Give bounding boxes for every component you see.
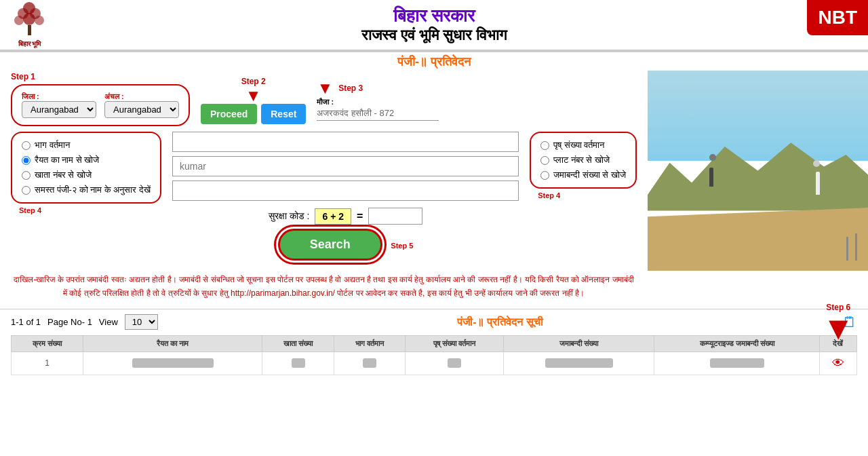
title-line1: बिहार सरकार [361,5,507,26]
logo-icon [11,1,48,39]
cell-raiyat-1 [83,352,262,375]
col-kram: क्रम संख्या [12,335,83,352]
steps-form-row: Step 1 जिला : Aurangabad अंचल : Aurangab… [11,75,637,126]
step1-fields: जिला : Aurangabad अंचल : Aurangabad [11,84,190,126]
radio-samast-label: समस्त पंजी-२ को नाम के अनुसार देखें [35,185,151,195]
title-line2: राजस्व एवं भूमि सुधार विभाग [361,26,507,44]
info-text: दाखिल-खारिज के उपरांत जमाबंदी स्वतः अद्य… [14,275,633,298]
header-title: बिहार सरकार राजस्व एवं भूमि सुधार विभाग [361,5,507,44]
radio-samast: समस्त पंजी-२ को नाम के अनुसार देखें [22,185,151,195]
radio-plot-input[interactable] [540,156,549,165]
anchal-label: अंचल : [104,92,179,101]
cell-bhag-1 [334,352,405,375]
pagination-info: 1-1 of 1 [11,317,41,327]
page-title-area: पंजी-॥ प्रतिवेदन [0,52,868,71]
cell-comp-jamabandi-1 [654,352,819,375]
radio-raiyat: रैयत का नाम से खोजे [22,155,151,166]
anchal-group: अंचल : Aurangabad [104,92,179,118]
search-input-1[interactable] [172,132,519,152]
step2-arrow: ▼ [245,88,262,104]
captcha-row: सुरक्षा कोड : 6 + 2 = [172,208,519,225]
page-title: पंजी-॥ प्रतिवेदन [397,55,471,69]
step1-indicator: Step 1 [11,72,35,81]
captcha-label: सुरक्षा कोड : [269,210,310,222]
cell-prush-1 [405,352,503,375]
view-label: View [99,317,118,327]
anchal-select[interactable]: Aurangabad [104,101,179,118]
captcha-input[interactable] [368,208,422,225]
blurred-comp [710,358,764,368]
step3-row: ▼ Step 3 [317,80,363,96]
col-raiyat: रैयत का नाम [83,335,262,352]
nbt-logo: NBT [807,0,868,35]
list-area: Step 6 ▼ 1-1 of 1 Page No- 1 View 10 25 … [0,309,868,379]
step3-label: Step 3 [338,83,363,93]
radio-jamabandi: जमाबन्दी संख्या से खोजे [540,170,626,180]
blurred-prush [448,358,461,368]
col-bhag: भाग वर्तमान [334,335,405,352]
radio-raiyat-input[interactable] [22,156,31,165]
step2-section: Step 2 ▼ Proceed Reset [201,77,306,124]
cell-khata-1 [262,352,334,375]
captcha-equation: 6 + 2 [315,208,351,225]
blurred-jamabandi [545,358,613,368]
radio-bhag-input[interactable] [22,141,31,150]
blurred-bhag [363,358,376,368]
radio-khata-label: खाता नंबर से खोजे [35,170,92,180]
step4-left-label: Step 4 [19,206,41,214]
list-header-row: 1-1 of 1 Page No- 1 View 10 25 50 पंजी-॥… [11,314,857,331]
search-input-3[interactable] [172,180,519,201]
view-icon[interactable]: 👁 [832,356,844,370]
col-comp-jamabandi: कम्प्यूटराइज्ड जमाबन्दी संख्या [654,335,819,352]
cell-jamabandi-1 [503,352,654,375]
radio-samast-input[interactable] [22,186,31,195]
step6-arrow: ▼ [822,312,854,345]
logo-text: बिहार भूमि [18,40,41,48]
radio-khata-input[interactable] [22,171,31,180]
radio-plot-label: प्लाट नंबर से खोजे [553,155,610,166]
proceed-button[interactable]: Proceed [201,104,257,124]
search-button[interactable]: Search [278,229,382,261]
svg-point-5 [35,16,44,25]
left-radio-group: भाग वर्तमान रैयत का नाम से खोजे खाता नंब… [11,132,161,204]
cell-dekhe-1: 👁 [819,352,856,375]
mauza-label: मौजा : [317,98,439,107]
jila-group: जिला : Aurangabad [22,92,96,118]
captcha-eq-sign: = [357,210,363,223]
data-table: क्रम संख्या रैयत का नाम खाता संख्या भाग … [11,335,857,375]
search-inputs: सुरक्षा कोड : 6 + 2 = Search Step 5 [172,132,519,261]
landscape-image [648,71,868,271]
svg-rect-6 [28,25,31,35]
radio-search-area: भाग वर्तमान रैयत का नाम से खोजे खाता नंब… [11,132,637,261]
header: बिहार भूमि बिहार सरकार राजस्व एवं भूमि स… [0,0,868,51]
step5-label: Step 5 [391,242,413,250]
col-khata: खाता संख्या [262,335,334,352]
info-text-area: दाखिल-खारिज के उपरांत जमाबंदी स्वतः अद्य… [14,273,634,301]
svg-point-3 [14,16,24,25]
right-panel [648,71,868,309]
blurred-name [132,358,214,368]
cell-kram-1: 1 [12,352,83,375]
step6-indicator: Step 6 ▼ [822,303,854,345]
radio-prush-input[interactable] [540,141,549,150]
reset-button[interactable]: Reset [261,104,306,124]
col-prush: पृष् संख्या वर्तमान [405,335,503,352]
blurred-khata [292,358,305,368]
step3-section: ▼ Step 3 मौजा : अजरकवंद हसौली - 872 [317,80,439,121]
proceed-reset-row: Proceed Reset [201,104,306,124]
right-radio-group: पृष् संख्या वर्तमान प्लाट नंबर से खोजे ज… [530,132,637,189]
radio-khata: खाता नंबर से खोजे [22,170,151,180]
radio-bhag: भाग वर्तमान [22,140,151,151]
mauza-group: मौजा : अजरकवंद हसौली - 872 [317,98,439,121]
radio-bhag-label: भाग वर्तमान [35,140,70,151]
radio-plot: प्लाट नंबर से खोजे [540,155,626,166]
radio-jamabandi-label: जमाबन्दी संख्या से खोजे [553,170,626,180]
radio-prush: पृष् संख्या वर्तमान [540,140,626,151]
view-select[interactable]: 10 25 50 [125,314,158,330]
jila-select[interactable]: Aurangabad [22,101,96,118]
search-btn-container: Search Step 5 [172,229,519,261]
radio-jamabandi-input[interactable] [540,171,549,180]
radio-raiyat-label: रैयत का नाम से खोजे [35,155,99,166]
search-input-2[interactable] [172,156,519,176]
list-title: पंजी-॥ प्रतिवेदन सूची [165,316,835,328]
